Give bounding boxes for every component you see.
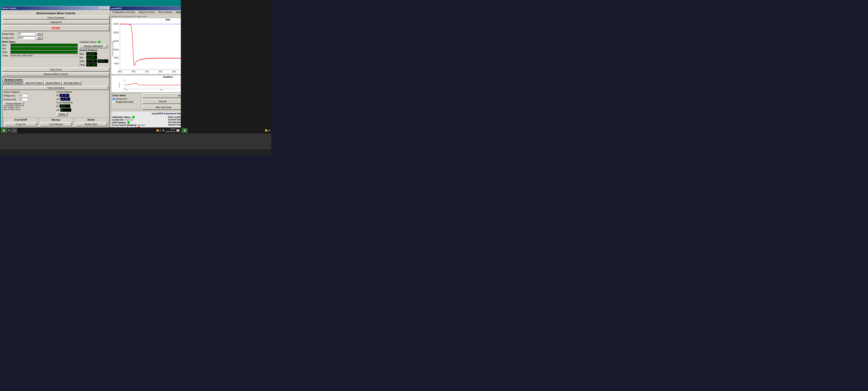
svg-text:Intensity (CtS): Intensity (CtS): [112, 41, 114, 57]
crystal-row: Crystal Set: Si(5,5,3): [112, 119, 168, 121]
tab-config[interactable]: Configuration and Setup: [110, 11, 137, 13]
hw-left: Choose Setpoint Voltage (kV): Current (m…: [3, 91, 56, 116]
svg-text:9100: 9100: [145, 70, 149, 73]
main-panel: Double-click to autoscale (i.e. reset zo…: [110, 14, 181, 131]
close-button[interactable]: ×: [106, 7, 110, 9]
rho-pos-label: Rho: [80, 56, 86, 59]
start-button[interactable]: ⊞: [1, 128, 7, 133]
tab-alignment[interactable]: Alignment Scans: [137, 11, 156, 13]
current-setpoint-label: Current Setpoint: [56, 91, 108, 93]
bragg-radio[interactable]: [112, 100, 115, 103]
svg-text:40000: 40000: [114, 62, 119, 65]
minimize-button[interactable]: _: [100, 7, 103, 9]
rho-position-row: Rho 61679: [80, 56, 110, 59]
status-calib-led: [132, 116, 135, 118]
delta-bar: [10, 51, 78, 54]
already-calibrated-button[interactable]: Already Calibrated?: [80, 44, 107, 48]
rho-bar: [10, 47, 78, 50]
abort-scan-button[interactable]: Abort Scan: [142, 93, 181, 98]
deadtime-chart-svg: 40 30 20 8900 9200 9400 9600 Deadtime: [111, 79, 181, 90]
svg-text:120000: 120000: [113, 31, 119, 34]
delta-pos-label: Delta: [80, 60, 86, 62]
varex-hv-tab[interactable]: Varex HV Control: [24, 81, 44, 85]
bragg-angle-input[interactable]: [18, 32, 35, 36]
svg-text:9300: 9300: [172, 70, 176, 73]
sample-wheel-tab[interactable]: Sample Wheel: [44, 81, 62, 85]
ma-readback-row: mA 0: [56, 108, 108, 112]
current-input[interactable]: [19, 98, 28, 101]
theta-pos-label: Theta: [80, 64, 86, 66]
warmup-title: Warmup: [40, 119, 72, 121]
x-axis-select-title: X-Axis Select: [112, 94, 140, 97]
svg-text:40: 40: [123, 80, 125, 81]
after-scan-button[interactable]: After Scan Ends: [142, 105, 181, 110]
energy-go-button[interactable]: Go: [36, 36, 42, 40]
motor-status-section: Motor Status Beta Rho Delta: [2, 41, 110, 67]
warmup-7min-button[interactable]: 7-min Warmup: [40, 122, 72, 126]
taskbar-task-view[interactable]: 🗂: [12, 128, 17, 133]
sdd-led: [127, 121, 130, 124]
right-screen: Athena[Plot 1] _ □ × 📄 📂 💾 📋 🔍 🔭 ✋ ⚙ ?: [181, 0, 271, 133]
hw-close-connection-button[interactable]: Close Connection: [3, 86, 108, 90]
proto-hv-tab[interactable]: Proto HV Control: [3, 81, 23, 85]
hardware-control-title: Hardware Control: [3, 79, 23, 81]
voltage-row: Voltage (kV):: [3, 94, 56, 97]
xes-align-tab[interactable]: XES Align Motor: [62, 81, 81, 85]
hint-text: Double-click to autoscale (i.e. reset zo…: [111, 15, 148, 18]
change-setpoint-button[interactable]: Change Setpoint: [3, 101, 24, 106]
taskbar-search[interactable]: 🔍: [7, 128, 11, 133]
crystal-label: Crystal Set:: [112, 119, 124, 121]
maximize-button[interactable]: □: [103, 7, 106, 9]
motor-control-title-text: Motor Control: [2, 7, 17, 9]
right-taskbar: ⊞ 📶 🔊: [181, 127, 271, 133]
show-desktop-button[interactable]: ⬜: [176, 129, 180, 132]
left-screen: Motor Control _ □ × Monochromator Motor …: [0, 0, 181, 133]
update-button[interactable]: Update: [56, 112, 68, 116]
taskbar: ⊞ 🔍 🗂 📶 🔊 🔋 14:29 13/07/2023 ⬜: [0, 127, 181, 133]
app-menubar: Configuration and Setup Alignment Scans …: [110, 10, 181, 14]
motor-content: Monochromator Motor Controls Close Conne…: [1, 10, 111, 132]
close-connection-button[interactable]: Close Connection: [2, 16, 110, 20]
crystal-value: Si(5,5,3): [125, 119, 133, 121]
svg-text:Deadtime: Deadtime: [119, 82, 120, 88]
clear-errors-button[interactable]: Clear Errors: [2, 68, 110, 72]
kv-setpoint-row: kV 40.00: [56, 94, 108, 97]
svg-text:140000: 140000: [113, 23, 119, 25]
xray-init-row: X-ray Control Initialized: Not Set: [112, 124, 168, 126]
calibration-section: Calibration Status: Already Calibrated? …: [80, 41, 110, 67]
right-tray: 📶 🔊: [265, 129, 270, 131]
deadtime-chart-container[interactable]: Deadtime 40 30 20 8900 9200 9400 9600: [111, 75, 181, 92]
advanced-motor-button[interactable]: Advanced Motor Controls: [2, 72, 110, 76]
kv-readback-row: kV 127: [56, 104, 108, 108]
bragg-go-button[interactable]: Go: [36, 32, 42, 36]
energy-radio[interactable]: [112, 97, 115, 100]
beta-position-row: Beta 61679: [80, 52, 110, 56]
sdd-row: SDD Initiated:: [112, 121, 168, 124]
ma-label: mA: [56, 98, 60, 100]
tab-scan-def[interactable]: Scan Definition: [156, 11, 175, 13]
energy-input[interactable]: [18, 36, 35, 40]
motor-status-label: Motor Status: [2, 41, 78, 43]
energy-row: Energy (eV) Go: [2, 36, 110, 40]
tab-data-collection[interactable]: Data Collection: [175, 11, 181, 13]
calibrate-all-button[interactable]: Calibrate All: [2, 20, 110, 24]
app-title-text: easyXAFS: [111, 7, 122, 10]
svg-text:8900: 8900: [124, 89, 127, 90]
theta-bar-row: Theta Home input switch status: [2, 54, 78, 57]
kv-readback-display: 127: [60, 104, 70, 108]
stop-all-button[interactable]: Stop All: [142, 99, 181, 104]
time-remaining-label: Overall Time Remaining:: [168, 124, 181, 126]
svg-text:100000: 100000: [113, 40, 119, 42]
save-loc-label: Save Location:: [168, 116, 181, 118]
kv-setpoint-display: 40.00: [60, 94, 69, 97]
voltage-input[interactable]: [19, 94, 28, 97]
hardware-tabs: Proto HV Control Varex HV Control Sample…: [3, 81, 108, 85]
shutter-open-button[interactable]: Shutter Open: [75, 122, 107, 126]
current-row: Current (mA):: [3, 98, 56, 101]
xrays-on-button[interactable]: X-rays On: [4, 122, 37, 126]
data-chart-container[interactable]: Data 140000 120000 100000 80000 60000: [111, 18, 181, 74]
calib-status-row: Calibration Status:: [112, 116, 168, 118]
right-start-button[interactable]: ⊞: [182, 128, 187, 133]
taskbar-tray: 📶 🔊 🔋 14:29 13/07/2023 ⬜: [156, 128, 180, 133]
max-voltage-text: Max Voltage: 40 kV: [3, 106, 56, 108]
